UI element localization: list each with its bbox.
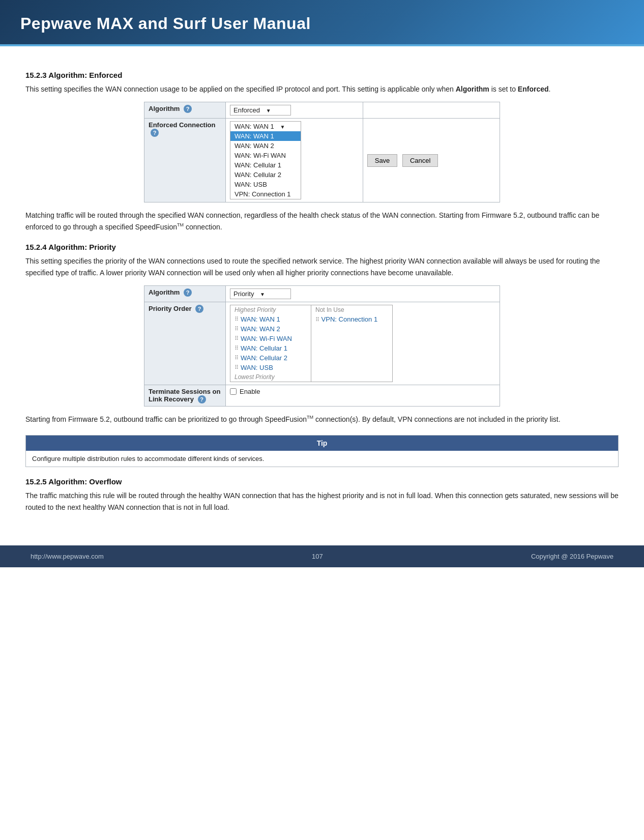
tip-box: Tip Configure multiple distribution rule… — [25, 435, 619, 467]
enforced-connection-value-cell: WAN: WAN 1 ▼ WAN: WAN 1 WAN: WAN 2 WAN: … — [226, 119, 363, 202]
list-item[interactable]: VPN: Connection 1 — [230, 189, 301, 199]
priority-order-label: Priority Order ? — [144, 302, 226, 385]
list-item[interactable]: WAN: USB — [230, 180, 301, 189]
footer-copyright: Copyright @ 2016 Pepwave — [531, 553, 613, 560]
enable-checkbox-label[interactable]: Enable — [230, 388, 495, 395]
section-enforced-heading: 15.2.3 Algorithm: Enforced — [25, 71, 619, 79]
drag-icon: ⠿ — [235, 316, 239, 323]
list-item[interactable]: WAN: WAN 2 — [230, 141, 301, 151]
list-item[interactable]: WAN: Cellular 2 — [230, 170, 301, 180]
section-overflow-body: The traffic matching this rule will be r… — [25, 490, 619, 513]
table-row: Algorithm ? Enforced ▼ — [144, 102, 500, 119]
priority-algorithm-label: Algorithm ? — [144, 285, 226, 302]
chevron-down-icon: ▼ — [266, 108, 271, 113]
priority-order-value-cell: Highest Priority ⠿ WAN: WAN 1 ⠿ WAN: WAN… — [226, 302, 500, 385]
algorithm-dropdown[interactable]: Enforced ▼ — [230, 105, 291, 115]
list-item[interactable]: ⠿ WAN: Cellular 1 — [230, 343, 311, 353]
priority-algorithm-value-cell: Priority ▼ — [226, 285, 500, 302]
priority-list: Highest Priority ⠿ WAN: WAN 1 ⠿ WAN: WAN… — [230, 305, 311, 382]
drag-icon: ⠿ — [235, 335, 239, 342]
page-title: Pepwave MAX and Surf User Manual — [20, 14, 624, 33]
section-overflow: 15.2.5 Algorithm: Overflow The traffic m… — [25, 477, 619, 513]
section-priority-body-after: Starting from Firmware 5.2, outbound tra… — [25, 414, 619, 425]
priority-algorithm-dropdown[interactable]: Priority ▼ — [230, 288, 291, 299]
section-overflow-heading: 15.2.5 Algorithm: Overflow — [25, 477, 619, 486]
chevron-down-icon: ▼ — [260, 292, 265, 297]
drag-icon: ⠿ — [235, 345, 239, 352]
section-priority-heading: 15.2.4 Algorithm: Priority — [25, 243, 619, 251]
algorithm-help-icon[interactable]: ? — [184, 105, 192, 113]
lowest-priority-label: Lowest Priority — [230, 372, 311, 382]
tip-header: Tip — [26, 436, 618, 451]
list-item[interactable]: ⠿ WAN: USB — [230, 363, 311, 372]
list-item[interactable]: ⠿ VPN: Connection 1 — [311, 314, 392, 324]
highest-priority-label: Highest Priority — [230, 305, 311, 314]
enable-checkbox[interactable] — [230, 388, 237, 395]
footer-url: http://www.pepwave.com — [31, 553, 104, 560]
enforced-connection-help-icon[interactable]: ? — [151, 129, 159, 137]
list-item[interactable]: WAN: Cellular 1 — [230, 160, 301, 170]
table-row: Priority Order ? Highest Priority ⠿ WAN:… — [144, 302, 500, 385]
list-item[interactable]: ⠿ WAN: Cellular 2 — [230, 353, 311, 363]
drag-icon: ⠿ — [315, 316, 319, 323]
algorithm-empty-cell — [363, 102, 500, 119]
table-row: Algorithm ? Priority ▼ — [144, 285, 500, 302]
priority-order-lists: Highest Priority ⠿ WAN: WAN 1 ⠿ WAN: WAN… — [230, 305, 495, 382]
list-item[interactable]: ⠿ WAN: WAN 1 — [230, 314, 311, 324]
terminate-sessions-label: Terminate Sessions onLink Recovery ? — [144, 385, 226, 406]
enforced-connection-label: Enforced Connection ? — [144, 119, 226, 202]
not-in-use-list: Not In Use ⠿ VPN: Connection 1 — [311, 305, 393, 382]
terminate-sessions-help-icon[interactable]: ? — [198, 395, 206, 403]
priority-config-table: Algorithm ? Priority ▼ Priority Order ? — [144, 285, 500, 407]
enforced-config-table: Algorithm ? Enforced ▼ Enforced Connecti… — [144, 102, 500, 202]
priority-algorithm-help-icon[interactable]: ? — [184, 288, 192, 297]
save-button[interactable]: Save — [367, 154, 398, 167]
chevron-down-icon: ▼ — [280, 124, 285, 130]
list-item[interactable]: WAN: WAN 1 — [230, 131, 301, 141]
list-item[interactable]: ⠿ WAN: Wi-Fi WAN — [230, 334, 311, 343]
footer-page: 107 — [312, 553, 323, 560]
list-item[interactable]: WAN: Wi-Fi WAN — [230, 151, 301, 160]
list-item[interactable]: ⠿ WAN: WAN 2 — [230, 324, 311, 334]
tip-body: Configure multiple distribution rules to… — [26, 451, 618, 467]
cancel-button[interactable]: Cancel — [402, 154, 438, 167]
page-footer: http://www.pepwave.com 107 Copyright @ 2… — [0, 545, 644, 567]
algorithm-value-cell: Enforced ▼ — [226, 102, 363, 119]
dropdown-header-item: WAN: WAN 1 ▼ — [230, 122, 301, 131]
drag-icon: ⠿ — [235, 326, 239, 332]
priority-order-help-icon[interactable]: ? — [195, 305, 203, 313]
enforced-buttons-cell: Save Cancel — [363, 119, 500, 202]
not-in-use-label: Not In Use — [311, 305, 392, 314]
section-priority: 15.2.4 Algorithm: Priority This setting … — [25, 243, 619, 425]
table-row: Terminate Sessions onLink Recovery ? Ena… — [144, 385, 500, 406]
main-content: 15.2.3 Algorithm: Enforced This setting … — [0, 46, 644, 530]
algorithm-label: Algorithm ? — [144, 102, 226, 119]
section-enforced-body: This setting specifies the WAN connectio… — [25, 83, 619, 95]
section-enforced-body-after: Matching traffic will be routed through … — [25, 210, 619, 233]
drag-icon: ⠿ — [235, 355, 239, 361]
page-header: Pepwave MAX and Surf User Manual — [0, 0, 644, 46]
section-enforced: 15.2.3 Algorithm: Enforced This setting … — [25, 71, 619, 233]
table-row: Enforced Connection ? WAN: WAN 1 ▼ WAN: … — [144, 119, 500, 202]
drag-icon: ⠿ — [235, 364, 239, 371]
enforced-connection-dropdown[interactable]: WAN: WAN 1 ▼ WAN: WAN 1 WAN: WAN 2 WAN: … — [230, 121, 301, 199]
terminate-sessions-value-cell: Enable — [226, 385, 500, 406]
section-priority-body: This setting specifies the priority of t… — [25, 255, 619, 278]
